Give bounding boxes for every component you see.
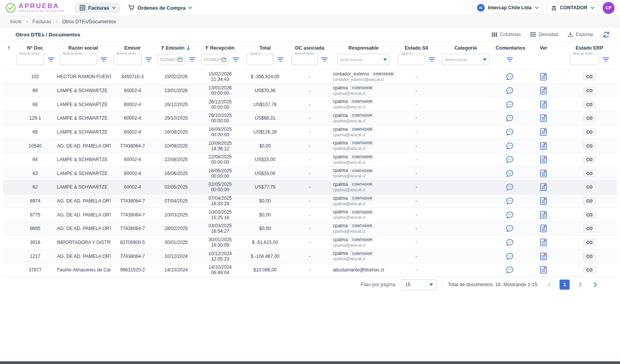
view-document-icon[interactable] — [540, 170, 547, 177]
column-header-ver[interactable]: Ver — [525, 42, 562, 53]
export-button[interactable]: Exportar — [568, 32, 593, 37]
filter-icon[interactable] — [145, 57, 152, 62]
filter-icon[interactable] — [506, 57, 513, 62]
emisor: 77438064-7 — [111, 194, 154, 208]
estado-erp-filter-input[interactable]: Buscar texto — [570, 54, 599, 65]
table-row[interactable]: 8775AG. DE AD. PAMELA ORTEGA77438064-710… — [3, 208, 617, 222]
nav-facturas[interactable]: Facturas — [75, 2, 121, 13]
view-document-icon[interactable] — [540, 73, 547, 81]
filter-icon[interactable] — [321, 57, 328, 62]
view-document-icon[interactable] — [540, 239, 547, 246]
responsable-select[interactable]: Seleccionar... — [337, 54, 390, 65]
comments-icon[interactable] — [506, 211, 514, 219]
filter-icon[interactable] — [277, 57, 284, 62]
comments-icon[interactable] — [506, 239, 514, 246]
femision-date-input[interactable]: DD/MM/Y — [157, 54, 185, 65]
comments-icon[interactable] — [506, 114, 514, 122]
bottom-scrollbar[interactable] — [0, 361, 620, 364]
comments-icon[interactable] — [506, 252, 514, 260]
column-header-emisor[interactable]: Emisor — [111, 42, 154, 53]
column-header-oc[interactable]: OC asociada — [288, 42, 331, 53]
view-document-icon[interactable] — [540, 87, 547, 94]
view-document-icon[interactable] — [540, 101, 547, 108]
comments-icon[interactable] — [506, 101, 514, 108]
estado-sii-filter-input[interactable]: Igual a — [398, 54, 425, 65]
column-header-estado-erp[interactable]: Estado ERP — [562, 42, 617, 53]
oc-filter-input[interactable]: Buscar texto — [291, 54, 318, 65]
column-header-razon[interactable]: Razón social — [55, 42, 111, 53]
columns-button[interactable]: Columnas — [492, 32, 521, 37]
view-document-icon[interactable] — [540, 183, 547, 191]
column-header-total[interactable]: Total — [242, 42, 288, 53]
breadcrumb-inicio[interactable]: Inicio — [10, 19, 21, 24]
comments-icon[interactable] — [506, 266, 514, 274]
view-document-icon[interactable] — [540, 142, 547, 150]
column-header-comentarios[interactable]: Comentarios — [494, 42, 525, 53]
view-document-icon[interactable] — [540, 266, 547, 274]
frecepcion-date-input[interactable]: DD/MM/Y — [201, 54, 229, 65]
table-row[interactable]: 69LAMPE & SCHWARTZE60002-413/01/202613/0… — [3, 84, 617, 98]
comments-icon[interactable] — [506, 142, 514, 150]
table-row[interactable]: 8974AG. DE AD. PAMELA ORTEGA77438064-707… — [3, 194, 617, 208]
column-header-femision[interactable]: F Emisión — [154, 42, 198, 53]
role-selector[interactable]: CONTADOR — [547, 2, 599, 14]
page-2-button[interactable]: 2 — [575, 280, 585, 290]
density-button[interactable]: Densidad — [530, 32, 558, 37]
comments-icon[interactable] — [506, 128, 514, 136]
refresh-button[interactable] — [603, 31, 610, 38]
view-document-icon[interactable] — [540, 211, 547, 219]
page-1-button[interactable]: 1 — [560, 280, 570, 290]
comments-icon[interactable] — [506, 197, 514, 205]
breadcrumb-facturas[interactable]: Facturas — [33, 19, 52, 24]
filter-icon[interactable] — [232, 57, 239, 62]
view-document-icon[interactable] — [540, 156, 547, 163]
total-filter-input[interactable]: Igual a — [246, 54, 274, 65]
filter-icon[interactable] — [189, 57, 195, 62]
view-document-icon[interactable] — [540, 128, 547, 136]
filter-icon[interactable] — [603, 57, 609, 62]
nav-ordenes-compra[interactable]: Órdenes de Compra — [124, 2, 197, 13]
table-row[interactable]: 64LAMPE & SCHWARTZE60002-422/08/202522/0… — [3, 153, 617, 167]
filter-icon[interactable] — [429, 57, 435, 62]
calendar-icon[interactable] — [178, 57, 183, 62]
ndoc-filter-input[interactable]: Buscar texto — [16, 54, 44, 65]
comments-icon[interactable] — [506, 87, 514, 94]
table-row[interactable]: 3916IMPORTADORA Y DISTRIBUI82705900-530/… — [3, 235, 617, 249]
view-document-icon[interactable] — [540, 252, 547, 260]
comments-icon[interactable] — [506, 73, 514, 81]
column-header-responsable[interactable]: Responsable — [331, 42, 396, 53]
table-row[interactable]: 10540AG. DE AD. PAMELA ORTEGA77438064-71… — [3, 139, 617, 153]
column-header-ndoc[interactable]: N° Doc — [15, 42, 55, 53]
table-row[interactable]: 102HECTOR RAMON FUENTES N8455715-315/02/… — [3, 70, 617, 84]
column-header-categoria[interactable]: Categoría — [437, 42, 494, 53]
table-row[interactable]: 8695AG. DE AD. PAMELA ORTEGA77438064-728… — [3, 222, 617, 236]
prev-page-button[interactable] — [544, 280, 554, 290]
view-document-icon[interactable] — [540, 225, 547, 232]
table-row[interactable]: 129-1LAMPE & SCHWARTZE60002-429/10/20252… — [3, 111, 617, 125]
filter-icon[interactable] — [48, 57, 54, 62]
rows-per-page-select[interactable]: 15 — [402, 279, 437, 290]
filter-icon[interactable] — [100, 57, 107, 62]
user-avatar[interactable]: CP — [603, 2, 615, 14]
razon-filter-input[interactable]: Buscar texto — [60, 54, 97, 65]
table-row[interactable]: 37877FastAir Almacenes de Carga96631520-… — [3, 263, 617, 276]
column-header-alert[interactable]: ! — [3, 42, 15, 53]
view-document-icon[interactable] — [540, 114, 547, 122]
emisor-filter-input[interactable]: Buscar texto — [113, 54, 142, 65]
categoria-select[interactable]: Seleccionar... — [442, 54, 489, 65]
table-row[interactable]: 62LAMPE & SCHWARTZE60002-402/05/202502/0… — [3, 180, 617, 194]
table-row[interactable]: 66LAMPE & SCHWARTZE60002-416/09/202516/0… — [3, 125, 617, 139]
table-row[interactable]: 63LAMPE & SCHWARTZE60002-416/06/202516/0… — [3, 167, 617, 180]
table-row[interactable]: 1217AG. DE AD. PAMELA ORTEGA77438064-710… — [3, 249, 617, 263]
view-document-icon[interactable] — [540, 197, 547, 205]
comments-icon[interactable] — [506, 170, 514, 177]
table-row[interactable]: 68LAMPE & SCHWARTZE60002-426/12/202526/1… — [3, 98, 617, 112]
column-header-frecepcion[interactable]: F Recepción — [198, 42, 242, 53]
comments-icon[interactable] — [506, 183, 514, 191]
comments-icon[interactable] — [506, 156, 514, 163]
column-header-estado-sii[interactable]: Estado SII — [396, 42, 437, 53]
comments-icon[interactable] — [506, 225, 514, 232]
calendar-icon[interactable] — [222, 57, 226, 62]
company-selector[interactable]: IC Intercap Chile Ltda — [473, 2, 543, 14]
next-page-button[interactable] — [591, 280, 601, 290]
